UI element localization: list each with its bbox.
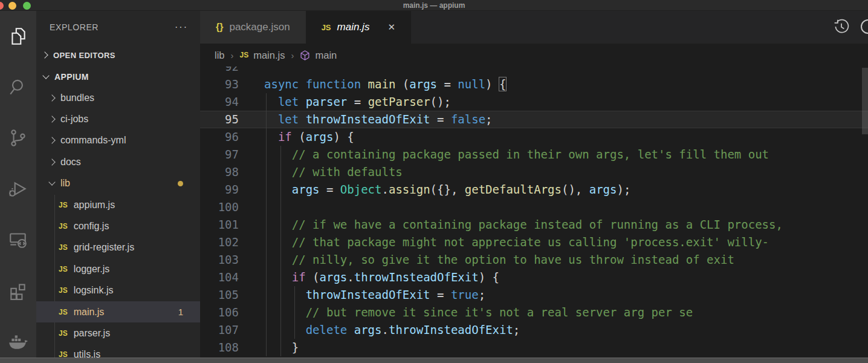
- breadcrumb[interactable]: lib›JSmain.js›main: [200, 44, 868, 67]
- chevron-right-icon: [41, 51, 48, 58]
- window-title: main.js — appium: [0, 1, 868, 10]
- breadcrumb-item-main[interactable]: main: [300, 50, 337, 61]
- line-number: 104: [200, 269, 239, 286]
- run-debug-icon[interactable]: [0, 163, 36, 214]
- code-line-107[interactable]: 107 delete args.throwInsteadOfExit;: [200, 321, 868, 339]
- code-line-92[interactable]: 92: [200, 67, 868, 76]
- code-token: async: [264, 77, 306, 91]
- code-token: main: [368, 77, 403, 91]
- breadcrumb-label: main.js: [253, 50, 285, 61]
- breadcrumb-label: lib: [215, 50, 225, 61]
- code-line-93[interactable]: 93async function main (args = null) {: [200, 76, 868, 93]
- indent-guide: [280, 146, 281, 356]
- code-token: =: [430, 113, 451, 126]
- code-editor[interactable]: 9293async function main (args = null) {9…: [200, 67, 868, 363]
- code-line-99[interactable]: 99 args = Object.assign({}, getDefaultAr…: [200, 181, 868, 198]
- js-file-icon: JS: [59, 222, 68, 231]
- code-token: ;: [479, 288, 485, 301]
- breadcrumb-item-main.js[interactable]: JSmain.js: [240, 50, 285, 61]
- tree-file-logger.js[interactable]: JSlogger.js: [36, 258, 200, 280]
- code-line-96[interactable]: 96 if (args) {: [200, 128, 868, 146]
- open-editors-section[interactable]: OPEN EDITORS: [36, 44, 200, 67]
- code-line-100[interactable]: 100: [200, 198, 868, 216]
- js-file-icon: JS: [240, 51, 249, 59]
- close-icon[interactable]: ✕: [387, 22, 395, 33]
- code-line-94[interactable]: 94 let parser = getParser();: [200, 93, 868, 111]
- code-token: parser: [306, 95, 348, 108]
- code-token: );: [617, 183, 630, 196]
- json-braces-icon: {}: [216, 22, 223, 33]
- code-token: false: [451, 113, 485, 126]
- tree-folder-lib[interactable]: lib: [36, 173, 200, 194]
- line-number: 102: [200, 234, 239, 251]
- project-section[interactable]: APPIUM: [36, 67, 200, 87]
- code-token: throwInsteadOfExit: [306, 113, 430, 126]
- tree-folder-docs[interactable]: docs: [36, 151, 200, 172]
- tree-file-logsink.js[interactable]: JSlogsink.js: [36, 280, 200, 301]
- source-control-icon[interactable]: [0, 113, 36, 163]
- code-line-101[interactable]: 101 // if we have a containing package i…: [200, 216, 868, 234]
- tab-bar: {}package.jsonJSmain.js✕: [200, 11, 868, 44]
- code-line-98[interactable]: 98 // with defaults: [200, 163, 868, 181]
- search-icon[interactable]: [0, 62, 36, 113]
- extensions-icon[interactable]: [0, 265, 36, 316]
- code-token: [264, 183, 292, 196]
- timeline-history-icon[interactable]: [833, 18, 850, 38]
- code-token: throwInsteadOfExit: [354, 270, 479, 284]
- editor-scrollbar[interactable]: [862, 68, 868, 134]
- tree-folder-commands-yml[interactable]: commands-yml: [36, 130, 200, 151]
- tree-folder-ci-jobs[interactable]: ci-jobs: [36, 108, 200, 129]
- chevron-right-icon: [48, 137, 55, 144]
- window-bottom-edge: [0, 358, 868, 363]
- code-token: throwInsteadOfExit: [306, 288, 430, 301]
- tree-folder-bundles[interactable]: bundles: [36, 87, 200, 108]
- code-token: ();: [430, 95, 451, 108]
- tree-item-label: docs: [60, 157, 81, 168]
- breadcrumb-item-lib[interactable]: lib: [215, 50, 225, 61]
- code-line-95[interactable]: 95 let throwInsteadOfExit = false;: [200, 111, 868, 128]
- tree-file-config.js[interactable]: JSconfig.js: [36, 215, 200, 237]
- code-line-102[interactable]: 102 // that package might not appreciate…: [200, 234, 868, 251]
- partial-action-icon[interactable]: [861, 19, 868, 34]
- tab-package.json[interactable]: {}package.json: [200, 11, 306, 44]
- line-number: 106: [200, 304, 239, 321]
- tab-label: package.json: [229, 21, 290, 33]
- tree-file-parser.js[interactable]: JSparser.js: [36, 322, 200, 344]
- more-actions-icon[interactable]: ···: [175, 22, 188, 33]
- code-line-97[interactable]: 97 // a containing package passed in the…: [200, 146, 868, 163]
- code-token: // with defaults: [292, 165, 403, 178]
- tree-item-label: parser.js: [74, 328, 110, 339]
- line-text: // if we have a containing package inste…: [264, 216, 783, 234]
- explorer-icon[interactable]: [0, 11, 36, 62]
- code-token: =: [437, 77, 458, 91]
- tree-file-appium.js[interactable]: JSappium.js: [36, 194, 200, 215]
- js-file-icon: JS: [59, 329, 68, 338]
- code-token: [264, 148, 292, 161]
- tree-item-label: bundles: [60, 93, 94, 103]
- code-token: // nilly, so give it the option to have …: [292, 253, 734, 266]
- line-text: if (args.throwInsteadOfExit) {: [264, 269, 499, 286]
- code-line-104[interactable]: 104 if (args.throwInsteadOfExit) {: [200, 269, 868, 286]
- code-token: [264, 253, 292, 266]
- code-token: (),: [562, 183, 589, 196]
- line-text: let throwInsteadOfExit = false;: [264, 111, 493, 128]
- code-line-105[interactable]: 105 throwInsteadOfExit = true;: [200, 286, 868, 304]
- code-line-108[interactable]: 108 }: [200, 339, 868, 356]
- tree-item-label: logsink.js: [74, 285, 114, 296]
- line-number: 100: [200, 198, 239, 216]
- code-token: [264, 306, 306, 319]
- code-token: args: [306, 130, 334, 143]
- code-token: ;: [513, 323, 520, 336]
- code-line-103[interactable]: 103 // nilly, so give it the option to h…: [200, 251, 868, 269]
- code-line-106[interactable]: 106 // but remove it since it's not a re…: [200, 304, 868, 321]
- js-file-icon: JS: [59, 265, 68, 273]
- tab-main.js[interactable]: JSmain.js✕: [306, 11, 411, 44]
- tree-item-label: lib: [60, 178, 70, 189]
- editor-group: {}package.jsonJSmain.js✕ lib›JSmain.js›m…: [200, 11, 868, 363]
- line-number: 101: [200, 216, 239, 234]
- tree-file-main.js[interactable]: JSmain.js1: [36, 301, 200, 322]
- remote-explorer-icon[interactable]: [0, 214, 36, 265]
- code-token: [264, 235, 292, 249]
- docker-icon[interactable]: [0, 316, 36, 363]
- tree-file-grid-register.js[interactable]: JSgrid-register.js: [36, 237, 200, 258]
